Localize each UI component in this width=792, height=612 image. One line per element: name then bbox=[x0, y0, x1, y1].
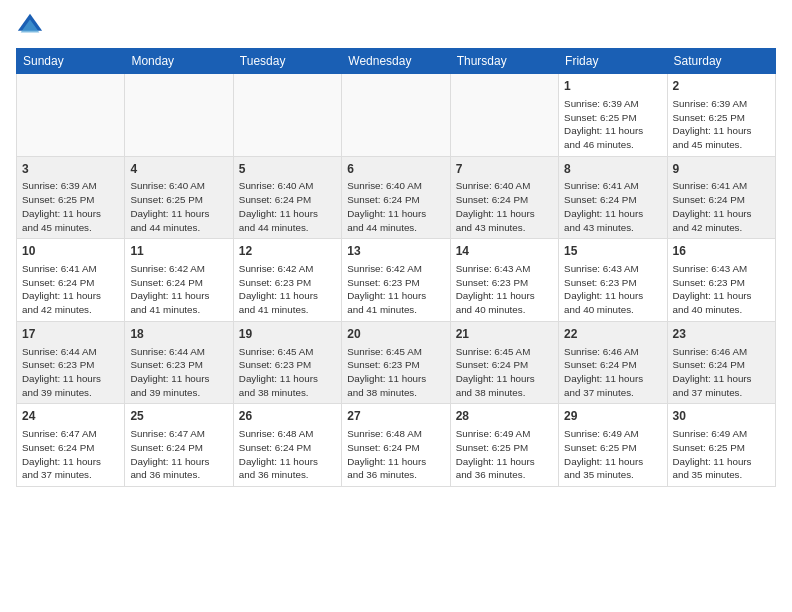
day-number: 15 bbox=[564, 243, 661, 260]
calendar-day-cell: 1Sunrise: 6:39 AM Sunset: 6:25 PM Daylig… bbox=[559, 74, 667, 157]
calendar-day-cell: 8Sunrise: 6:41 AM Sunset: 6:24 PM Daylig… bbox=[559, 156, 667, 239]
calendar-day-cell: 15Sunrise: 6:43 AM Sunset: 6:23 PM Dayli… bbox=[559, 239, 667, 322]
calendar-day-cell: 16Sunrise: 6:43 AM Sunset: 6:23 PM Dayli… bbox=[667, 239, 775, 322]
calendar-day-cell: 21Sunrise: 6:45 AM Sunset: 6:24 PM Dayli… bbox=[450, 321, 558, 404]
day-info: Sunrise: 6:48 AM Sunset: 6:24 PM Dayligh… bbox=[239, 427, 336, 482]
day-number: 18 bbox=[130, 326, 227, 343]
calendar-day-cell: 2Sunrise: 6:39 AM Sunset: 6:25 PM Daylig… bbox=[667, 74, 775, 157]
calendar-day-cell bbox=[17, 74, 125, 157]
day-number: 1 bbox=[564, 78, 661, 95]
day-info: Sunrise: 6:46 AM Sunset: 6:24 PM Dayligh… bbox=[564, 345, 661, 400]
calendar-day-cell bbox=[450, 74, 558, 157]
day-number: 7 bbox=[456, 161, 553, 178]
day-number: 9 bbox=[673, 161, 770, 178]
day-number: 19 bbox=[239, 326, 336, 343]
day-number: 10 bbox=[22, 243, 119, 260]
calendar-day-cell: 25Sunrise: 6:47 AM Sunset: 6:24 PM Dayli… bbox=[125, 404, 233, 487]
calendar-week-row: 24Sunrise: 6:47 AM Sunset: 6:24 PM Dayli… bbox=[17, 404, 776, 487]
day-info: Sunrise: 6:40 AM Sunset: 6:24 PM Dayligh… bbox=[239, 179, 336, 234]
calendar-day-cell: 24Sunrise: 6:47 AM Sunset: 6:24 PM Dayli… bbox=[17, 404, 125, 487]
day-number: 21 bbox=[456, 326, 553, 343]
day-info: Sunrise: 6:39 AM Sunset: 6:25 PM Dayligh… bbox=[673, 97, 770, 152]
calendar-week-row: 3Sunrise: 6:39 AM Sunset: 6:25 PM Daylig… bbox=[17, 156, 776, 239]
day-number: 2 bbox=[673, 78, 770, 95]
day-info: Sunrise: 6:39 AM Sunset: 6:25 PM Dayligh… bbox=[564, 97, 661, 152]
calendar-col-header: Sunday bbox=[17, 49, 125, 74]
calendar-day-cell: 11Sunrise: 6:42 AM Sunset: 6:24 PM Dayli… bbox=[125, 239, 233, 322]
day-info: Sunrise: 6:44 AM Sunset: 6:23 PM Dayligh… bbox=[130, 345, 227, 400]
day-info: Sunrise: 6:47 AM Sunset: 6:24 PM Dayligh… bbox=[22, 427, 119, 482]
day-number: 8 bbox=[564, 161, 661, 178]
day-info: Sunrise: 6:48 AM Sunset: 6:24 PM Dayligh… bbox=[347, 427, 444, 482]
calendar-table: SundayMondayTuesdayWednesdayThursdayFrid… bbox=[16, 48, 776, 487]
calendar-day-cell: 13Sunrise: 6:42 AM Sunset: 6:23 PM Dayli… bbox=[342, 239, 450, 322]
day-info: Sunrise: 6:49 AM Sunset: 6:25 PM Dayligh… bbox=[673, 427, 770, 482]
calendar-col-header: Friday bbox=[559, 49, 667, 74]
day-info: Sunrise: 6:43 AM Sunset: 6:23 PM Dayligh… bbox=[456, 262, 553, 317]
calendar-col-header: Tuesday bbox=[233, 49, 341, 74]
day-number: 14 bbox=[456, 243, 553, 260]
calendar-day-cell: 18Sunrise: 6:44 AM Sunset: 6:23 PM Dayli… bbox=[125, 321, 233, 404]
day-info: Sunrise: 6:45 AM Sunset: 6:23 PM Dayligh… bbox=[239, 345, 336, 400]
calendar-header-row: SundayMondayTuesdayWednesdayThursdayFrid… bbox=[17, 49, 776, 74]
calendar-day-cell: 9Sunrise: 6:41 AM Sunset: 6:24 PM Daylig… bbox=[667, 156, 775, 239]
calendar-day-cell: 28Sunrise: 6:49 AM Sunset: 6:25 PM Dayli… bbox=[450, 404, 558, 487]
calendar-day-cell: 14Sunrise: 6:43 AM Sunset: 6:23 PM Dayli… bbox=[450, 239, 558, 322]
day-info: Sunrise: 6:39 AM Sunset: 6:25 PM Dayligh… bbox=[22, 179, 119, 234]
day-number: 13 bbox=[347, 243, 444, 260]
calendar-day-cell: 26Sunrise: 6:48 AM Sunset: 6:24 PM Dayli… bbox=[233, 404, 341, 487]
calendar-day-cell: 10Sunrise: 6:41 AM Sunset: 6:24 PM Dayli… bbox=[17, 239, 125, 322]
day-info: Sunrise: 6:49 AM Sunset: 6:25 PM Dayligh… bbox=[456, 427, 553, 482]
day-info: Sunrise: 6:45 AM Sunset: 6:24 PM Dayligh… bbox=[456, 345, 553, 400]
day-number: 30 bbox=[673, 408, 770, 425]
calendar-day-cell: 7Sunrise: 6:40 AM Sunset: 6:24 PM Daylig… bbox=[450, 156, 558, 239]
day-number: 25 bbox=[130, 408, 227, 425]
day-number: 29 bbox=[564, 408, 661, 425]
day-number: 24 bbox=[22, 408, 119, 425]
calendar-day-cell: 6Sunrise: 6:40 AM Sunset: 6:24 PM Daylig… bbox=[342, 156, 450, 239]
page-header bbox=[16, 12, 776, 40]
day-info: Sunrise: 6:42 AM Sunset: 6:23 PM Dayligh… bbox=[347, 262, 444, 317]
day-info: Sunrise: 6:42 AM Sunset: 6:23 PM Dayligh… bbox=[239, 262, 336, 317]
calendar-day-cell: 30Sunrise: 6:49 AM Sunset: 6:25 PM Dayli… bbox=[667, 404, 775, 487]
day-info: Sunrise: 6:47 AM Sunset: 6:24 PM Dayligh… bbox=[130, 427, 227, 482]
day-number: 12 bbox=[239, 243, 336, 260]
calendar-day-cell: 23Sunrise: 6:46 AM Sunset: 6:24 PM Dayli… bbox=[667, 321, 775, 404]
day-number: 28 bbox=[456, 408, 553, 425]
calendar-day-cell bbox=[342, 74, 450, 157]
day-info: Sunrise: 6:40 AM Sunset: 6:25 PM Dayligh… bbox=[130, 179, 227, 234]
day-info: Sunrise: 6:40 AM Sunset: 6:24 PM Dayligh… bbox=[347, 179, 444, 234]
day-number: 20 bbox=[347, 326, 444, 343]
day-info: Sunrise: 6:43 AM Sunset: 6:23 PM Dayligh… bbox=[564, 262, 661, 317]
day-number: 17 bbox=[22, 326, 119, 343]
calendar-day-cell: 3Sunrise: 6:39 AM Sunset: 6:25 PM Daylig… bbox=[17, 156, 125, 239]
calendar-week-row: 17Sunrise: 6:44 AM Sunset: 6:23 PM Dayli… bbox=[17, 321, 776, 404]
calendar-col-header: Wednesday bbox=[342, 49, 450, 74]
calendar-week-row: 1Sunrise: 6:39 AM Sunset: 6:25 PM Daylig… bbox=[17, 74, 776, 157]
day-number: 5 bbox=[239, 161, 336, 178]
calendar-week-row: 10Sunrise: 6:41 AM Sunset: 6:24 PM Dayli… bbox=[17, 239, 776, 322]
day-number: 26 bbox=[239, 408, 336, 425]
day-number: 6 bbox=[347, 161, 444, 178]
day-number: 23 bbox=[673, 326, 770, 343]
calendar-day-cell: 5Sunrise: 6:40 AM Sunset: 6:24 PM Daylig… bbox=[233, 156, 341, 239]
day-info: Sunrise: 6:41 AM Sunset: 6:24 PM Dayligh… bbox=[673, 179, 770, 234]
calendar-day-cell: 27Sunrise: 6:48 AM Sunset: 6:24 PM Dayli… bbox=[342, 404, 450, 487]
day-info: Sunrise: 6:41 AM Sunset: 6:24 PM Dayligh… bbox=[22, 262, 119, 317]
calendar-day-cell: 22Sunrise: 6:46 AM Sunset: 6:24 PM Dayli… bbox=[559, 321, 667, 404]
day-number: 11 bbox=[130, 243, 227, 260]
calendar-day-cell: 17Sunrise: 6:44 AM Sunset: 6:23 PM Dayli… bbox=[17, 321, 125, 404]
calendar-day-cell: 29Sunrise: 6:49 AM Sunset: 6:25 PM Dayli… bbox=[559, 404, 667, 487]
day-number: 3 bbox=[22, 161, 119, 178]
day-info: Sunrise: 6:42 AM Sunset: 6:24 PM Dayligh… bbox=[130, 262, 227, 317]
day-info: Sunrise: 6:40 AM Sunset: 6:24 PM Dayligh… bbox=[456, 179, 553, 234]
calendar-day-cell: 4Sunrise: 6:40 AM Sunset: 6:25 PM Daylig… bbox=[125, 156, 233, 239]
calendar-day-cell bbox=[125, 74, 233, 157]
day-number: 4 bbox=[130, 161, 227, 178]
calendar-day-cell: 20Sunrise: 6:45 AM Sunset: 6:23 PM Dayli… bbox=[342, 321, 450, 404]
day-info: Sunrise: 6:46 AM Sunset: 6:24 PM Dayligh… bbox=[673, 345, 770, 400]
calendar-col-header: Monday bbox=[125, 49, 233, 74]
day-info: Sunrise: 6:45 AM Sunset: 6:23 PM Dayligh… bbox=[347, 345, 444, 400]
calendar-day-cell: 12Sunrise: 6:42 AM Sunset: 6:23 PM Dayli… bbox=[233, 239, 341, 322]
day-info: Sunrise: 6:41 AM Sunset: 6:24 PM Dayligh… bbox=[564, 179, 661, 234]
